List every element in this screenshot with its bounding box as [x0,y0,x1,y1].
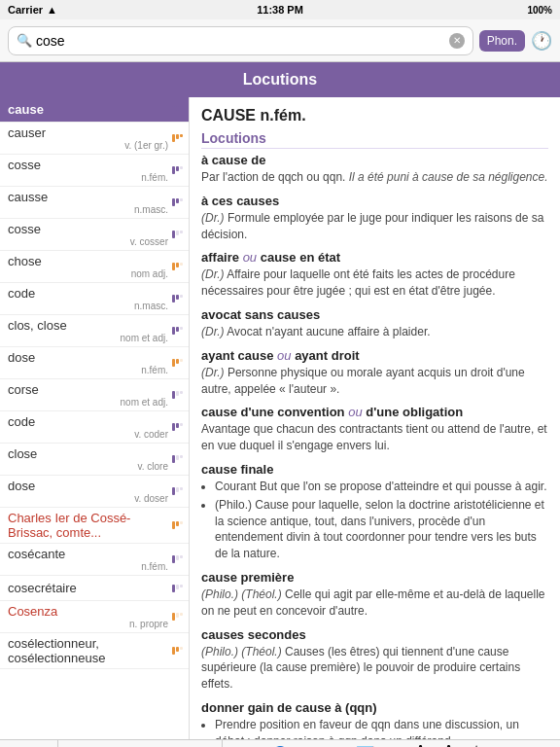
word-bars [172,359,183,367]
word-bars [172,555,183,563]
tab-plus-gros[interactable]: APlus gros [437,741,461,747]
word-label: cause [8,102,168,117]
loc-heading: ayant cause ou ayant droit [201,348,548,363]
list-item[interactable]: caussen.masc. [0,187,189,219]
tab-a-retenir[interactable]: ★À retenir [461,741,492,747]
word-label: dose [8,350,168,365]
list-item[interactable]: corsenom et adj. [0,379,189,411]
list-item[interactable]: clos, closenom et adj. [0,315,189,347]
list-item[interactable]: Charles Ier de Cossé-Brissac, comte... [0,508,189,544]
word-label: cosecrétaire [8,581,168,595]
word-bars [172,295,183,302]
list-item[interactable]: cause [0,97,189,123]
tab-bar: 18 mots Phon.DébutMilieuFin 📖Définition👤… [0,739,560,747]
list-item[interactable]: cossen.fém. [0,155,189,187]
phon-button[interactable]: Phon. [479,30,525,52]
nav-title: Locutions [243,71,317,89]
loc-body: (Philo.) (Théol.) Celle qui agit par ell… [201,587,548,620]
locutions-title: Locutions [201,130,548,149]
word-label: dose [8,479,168,493]
loc-section: à cause dePar l'action de qqch ou qqn. I… [201,153,548,186]
word-label: cosse [8,158,168,172]
search-input-wrapper: 🔍 ✕ [8,26,473,55]
loc-heading: donner gain de cause à (qqn) [201,700,548,715]
loc-heading: causes secondes [201,627,548,642]
time-label: 11:38 PM [257,4,303,16]
loc-section: ayant cause ou ayant droit(Dr.) Personne… [201,348,548,398]
word-type-label: v. clore [12,461,168,472]
loc-body: (Dr.) Affaire pour laquelle ont été fait… [201,267,548,300]
battery-label: 100% [527,5,552,16]
word-bars [172,521,183,529]
entry-title: CAUSE n.fém. [201,107,548,124]
word-type-label: v. coder [12,429,168,440]
list-item[interactable]: cossev. cosser [0,219,189,251]
loc-heading: à cause de [201,153,548,167]
word-bars [172,263,183,270]
word-list: causecauserv. (1er gr.)cossen.fém.causse… [0,97,190,739]
word-bars [172,106,183,114]
list-item[interactable]: Cosenzan. propre [0,601,189,633]
loc-section: avocat sans causes(Dr.) Avocat n'ayant a… [201,307,548,340]
word-bars [172,134,183,142]
search-input[interactable] [36,33,445,49]
word-label: code [8,286,168,301]
loc-heading: cause première [201,570,548,585]
tab-icon: ★ [469,743,484,747]
list-item[interactable]: cosélectionneur, cosélectionneuse [0,633,189,669]
word-label: Cosenza [8,604,168,619]
bullet-list: Courant But que l'on se propose d'attein… [215,479,548,562]
loc-section: cause première(Philo.) (Théol.) Celle qu… [201,570,548,620]
history-button[interactable]: 🕐 [531,30,552,52]
word-label: code [8,414,168,429]
list-item[interactable]: cosecrétaire [0,576,189,601]
word-label: chose [8,254,168,268]
word-type-label: n.fém. [12,172,168,183]
tab-icon: A [442,743,454,747]
bullet-item: Prendre position en faveur de qqn dans u… [215,717,548,739]
word-bars [172,423,183,431]
list-item[interactable]: causerv. (1er gr.) [0,123,189,155]
word-bars [172,455,183,463]
list-item[interactable]: chosenom adj. [0,251,189,283]
list-item[interactable]: codev. coder [0,411,189,444]
loc-section: cause finaleCourant But que l'on se prop… [201,462,548,562]
word-type-label: n. propre [12,619,168,629]
list-item[interactable]: dosen.fém. [0,347,189,379]
word-type-label: n.fém. [12,561,168,572]
word-bars [172,613,183,621]
loc-heading: à ces causes [201,194,548,208]
filter-buttons: Phon.DébutMilieuFin [58,740,223,747]
list-item[interactable]: dosev. doser [0,476,189,508]
loc-section: causes secondes(Philo.) (Théol.) Causes … [201,627,548,693]
word-bars [172,647,183,655]
carrier-label: Carrier [8,4,43,16]
search-bar: 🔍 ✕ Phon. 🕐 [0,19,560,62]
word-bars [172,166,183,174]
loc-body: (Dr.) Personne physique ou morale ayant … [201,365,548,398]
word-label: cosse [8,222,168,236]
loc-body: Par l'action de qqch ou qqn. Il a été pu… [201,169,548,186]
loc-body: Avantage que chacun des contractants tie… [201,421,548,454]
loc-section: à ces causes(Dr.) Formule employée par l… [201,194,548,243]
word-bars [172,585,183,592]
loc-heading: cause finale [201,462,548,477]
tab-plus-petit[interactable]: AⁿPlus petit [411,741,438,747]
list-item[interactable]: cosécanten.fém. [0,544,189,576]
list-item[interactable]: closev. clore [0,444,189,476]
word-label: clos, close [8,318,168,333]
list-item[interactable]: coden.masc. [0,283,189,315]
word-type-label: v. cosser [12,236,168,247]
bullet-item: Courant But que l'on se propose d'attein… [215,479,548,495]
tab-icons: 📖Définition👤Profs↔Synonymes📝Locutions···… [223,740,560,747]
word-type-label: nom et adj. [12,333,168,343]
loc-body: (Dr.) Avocat n'ayant aucune affaire à pl… [201,324,548,340]
word-bars [172,487,183,495]
search-icon: 🔍 [17,33,32,48]
word-bars [172,231,183,238]
search-clear-button[interactable]: ✕ [449,33,465,49]
word-label: Charles Ier de Cossé-Brissac, comte... [8,511,168,540]
loc-section: affaire ou cause en état(Dr.) Affaire po… [201,250,548,300]
loc-section: cause d'une convention ou d'une obligati… [201,405,548,454]
loc-section: donner gain de cause à (qqn)Prendre posi… [201,700,548,739]
